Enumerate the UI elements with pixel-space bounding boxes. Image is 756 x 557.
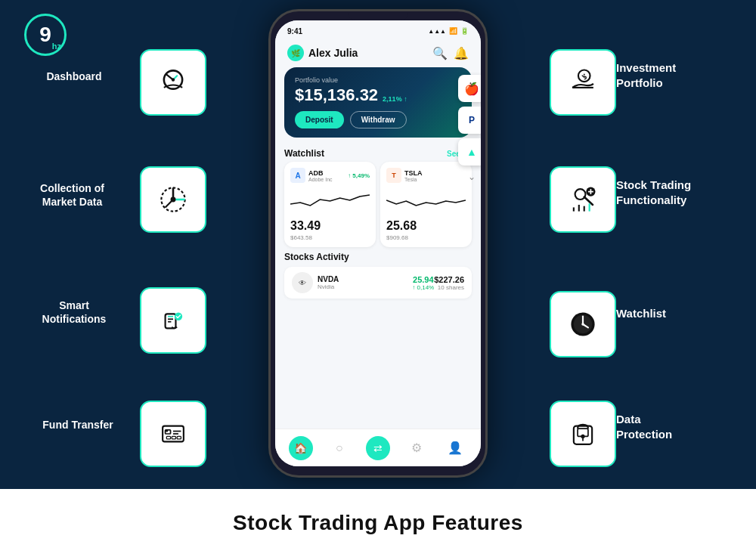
see-more[interactable]: ⌄: [458, 172, 481, 182]
status-icons: ▲▲▲ 📶 🔋: [428, 27, 469, 35]
status-time: 9:41: [287, 27, 302, 36]
watchlist-icon: [560, 302, 606, 347]
nav-profile[interactable]: 👤: [443, 436, 467, 460]
nav-settings[interactable]: ⚙: [404, 436, 429, 460]
user-name: Alex Julia: [308, 47, 358, 59]
nvda-value: $227.26 10 shares: [434, 275, 464, 291]
portfolio-value: $15,136.32 2,11% ↑: [295, 85, 461, 105]
label-market: Collection ofMarket Data: [14, 181, 131, 209]
label-watchlist-right: Watchlist: [616, 306, 741, 321]
logo-suffix: hz: [52, 42, 61, 51]
nav-transfer[interactable]: ⇄: [366, 436, 390, 460]
phone-outer: 9:41 ▲▲▲ 📶 🔋 🌿 Alex Julia 🔍 🔔: [268, 9, 488, 478]
phone-screen: 9:41 ▲▲▲ 📶 🔋 🌿 Alex Julia 🔍 🔔: [275, 20, 481, 466]
investment-icon: [560, 60, 606, 105]
adb-ticker: ADB: [308, 169, 333, 177]
nav-home[interactable]: 🏠: [289, 436, 313, 460]
nvda-info: NVDA Nvidia: [318, 275, 412, 290]
feature-card-market: [140, 166, 206, 233]
apple-logo: 🍎: [458, 75, 481, 102]
svg-point-35: [581, 435, 584, 438]
paypal-logo: P: [458, 107, 481, 134]
nvda-shares: 10 shares: [434, 284, 464, 291]
stocks-title: Stocks Activity: [284, 252, 472, 262]
tsla-logo: T: [386, 168, 401, 183]
bottom-bar: Stock Trading App Features: [0, 489, 756, 557]
tsla-chart: [386, 189, 466, 212]
feature-card-investment: [550, 49, 616, 116]
stock-row-nvda[interactable]: 👁 NVDA Nvidia 25.94 ↑ 0,14% $227.26 10 s…: [284, 267, 472, 299]
signal-icon: ▲▲▲: [428, 28, 446, 35]
label-fund: Fund Transfer: [29, 418, 127, 432]
logo-number: 9: [39, 24, 51, 45]
adb-price: 33.49: [290, 219, 370, 233]
adb-company: Adobe Inc: [308, 177, 333, 182]
notifications-icon: [150, 298, 196, 343]
adb-total: $643.58: [290, 234, 370, 241]
withdraw-button[interactable]: Withdraw: [350, 111, 407, 128]
adb-chart: [290, 189, 370, 212]
nvda-ticker: NVDA: [318, 275, 412, 283]
watchlist-row: A ADB Adobe Inc ↑ 5,49% 33.49 $643.58: [275, 162, 481, 252]
label-trading: Stock TradingFunctionality: [616, 178, 741, 207]
bottom-title: Stock Trading App Features: [233, 511, 523, 535]
feature-card-notifications: [140, 287, 206, 354]
feature-card-dashboard: [140, 49, 206, 116]
notification-bell-icon[interactable]: 🔔: [454, 46, 469, 60]
svg-rect-16: [177, 436, 181, 438]
wcard-top-tsla: T TSLA Tesla: [386, 168, 466, 183]
header-icons[interactable]: 🔍 🔔: [432, 46, 469, 60]
user-avatar: 🌿: [287, 45, 304, 61]
label-notifications: SmartNotifications: [21, 299, 127, 326]
feature-card-watchlist: [550, 291, 616, 357]
adb-logo: A: [290, 168, 305, 183]
portfolio-change: 2,11% ↑: [383, 95, 407, 103]
arrow-logo: ▲: [458, 138, 481, 166]
nvda-price: 25.94: [412, 275, 434, 284]
side-logos: 🍎 P ▲ ⌄: [458, 75, 481, 182]
nvda-change: 25.94 ↑ 0,14%: [412, 275, 434, 291]
nav-chart[interactable]: ○: [327, 436, 352, 460]
portfolio-buttons: Deposit Withdraw: [295, 111, 461, 128]
feature-card-trading: [550, 166, 616, 233]
feature-card-fund: [140, 401, 206, 467]
user-info: 🌿 Alex Julia: [287, 45, 358, 61]
watchlist-item-adb[interactable]: A ADB Adobe Inc ↑ 5,49% 33.49 $643.58: [284, 162, 376, 247]
watchlist-header: Watchlist See All: [275, 144, 481, 162]
svg-point-3: [171, 197, 176, 203]
status-bar: 9:41 ▲▲▲ 📶 🔋: [275, 20, 481, 42]
portfolio-label: Portfolio value: [295, 76, 461, 84]
deposit-button[interactable]: Deposit: [295, 111, 344, 128]
nvda-company: Nvidia: [318, 283, 412, 290]
wifi-icon: 📶: [449, 27, 457, 35]
feature-card-dataprotection: [550, 401, 616, 467]
phone-mockup: 9:41 ▲▲▲ 📶 🔋 🌿 Alex Julia 🔍 🔔: [268, 9, 488, 478]
portfolio-card: Portfolio value $15,136.32 2,11% ↑ Depos…: [284, 67, 472, 138]
search-icon[interactable]: 🔍: [432, 46, 448, 60]
watchlist-title: Watchlist: [284, 148, 324, 159]
tsla-price: 25.68: [386, 219, 466, 233]
tsla-company: Tesla: [404, 177, 423, 182]
label-dashboard: Dashboard: [21, 70, 127, 83]
bottom-nav: 🏠 ○ ⇄ ⚙ 👤: [275, 429, 481, 466]
svg-rect-14: [166, 436, 170, 438]
label-investment: InvestmentPortfolio: [616, 60, 741, 90]
tsla-ticker: TSLA: [404, 169, 423, 177]
svg-point-1: [172, 78, 175, 81]
svg-point-32: [581, 323, 584, 325]
svg-rect-11: [166, 430, 168, 432]
adb-change: ↑ 5,49%: [348, 172, 370, 179]
logo: 9 hz: [15, 14, 76, 59]
logo-circle: 9 hz: [24, 14, 67, 56]
svg-rect-15: [172, 436, 175, 438]
trading-icon: [560, 177, 606, 222]
tsla-total: $909.68: [386, 234, 466, 241]
fund-icon: [150, 411, 196, 456]
nvda-total: $227.26: [434, 275, 464, 284]
wcard-top-adb: A ADB Adobe Inc ↑ 5,49%: [290, 168, 370, 183]
dashboard-icon: [150, 60, 196, 105]
portfolio-amount: $15,136.32: [295, 85, 378, 105]
nvda-pct: ↑ 0,14%: [412, 284, 434, 291]
dataprotection-icon: [560, 411, 606, 456]
stocks-section: Stocks Activity 👁 NVDA Nvidia 25.94 ↑ 0,…: [275, 252, 481, 299]
